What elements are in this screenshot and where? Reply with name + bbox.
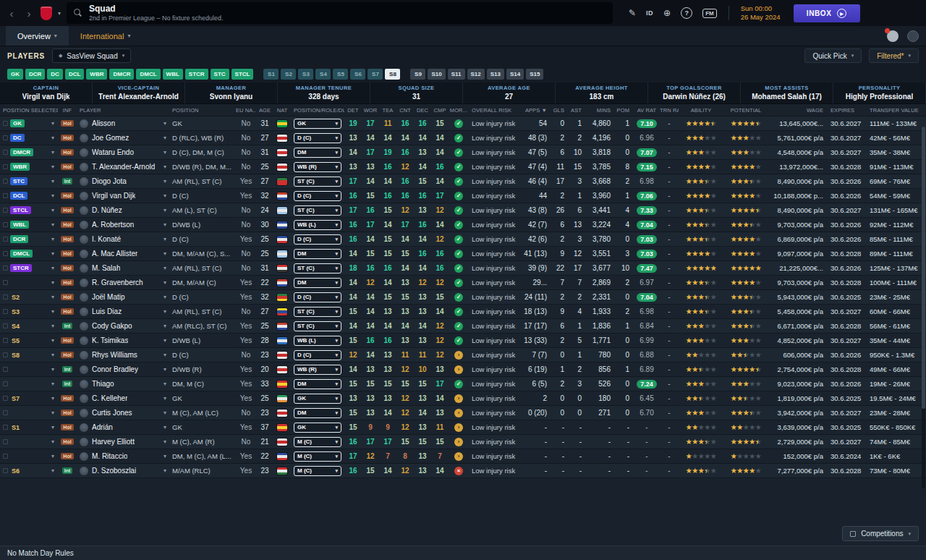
role-duty-select[interactable]: M (C)▾ — [294, 466, 341, 476]
sub-slot-s14[interactable]: S14 — [506, 69, 524, 80]
role-duty-select[interactable]: WB (R)▾ — [294, 162, 341, 172]
slot-dropdown-caret[interactable]: ▾ — [51, 366, 54, 373]
player-row[interactable]: ▾HolM. Ritaccio▾DM, M (C), AM (L...Yes22… — [0, 449, 926, 464]
row-checkbox[interactable] — [3, 121, 8, 126]
row-checkbox[interactable] — [3, 237, 8, 242]
player-row[interactable]: ▾HolR. Gravenberch▾DM, M/AM (C)Yes22DM▾1… — [0, 276, 926, 290]
player-dropdown-caret[interactable]: ▾ — [163, 250, 166, 257]
position-filter-dcr[interactable]: DCR — [25, 69, 45, 80]
player-row[interactable]: S7▾HolC. Kelleher▾GKYes25GK▾131313121314… — [0, 391, 926, 406]
role-duty-select[interactable]: M (C)▾ — [294, 437, 341, 447]
position-filter-dcl[interactable]: DCL — [65, 69, 84, 80]
sub-slot-s11[interactable]: S11 — [448, 69, 465, 80]
sub-slot-s5[interactable]: S5 — [333, 69, 348, 80]
position-filter-stcl[interactable]: STCL — [232, 69, 254, 80]
sub-slot-s4[interactable]: S4 — [315, 69, 331, 80]
player-cell[interactable]: Joël Matip▾ — [77, 290, 169, 304]
player-dropdown-caret[interactable]: ▾ — [163, 424, 166, 430]
edit-pencil-icon[interactable]: ✎ — [629, 8, 636, 18]
role-duty-select[interactable]: ST (C)▾ — [294, 177, 341, 187]
player-cell[interactable]: Wataru Endo▾ — [77, 145, 169, 159]
player-cell[interactable]: Joe Gomez▾ — [77, 131, 169, 145]
row-checkbox[interactable] — [3, 323, 8, 328]
row-checkbox[interactable] — [3, 410, 8, 415]
role-duty-select[interactable]: D (C)▾ — [294, 350, 341, 360]
tab-international[interactable]: International ▾ — [69, 26, 143, 46]
profile-icon[interactable] — [887, 30, 899, 42]
col-header-eu-na-[interactable]: EU NA... — [236, 107, 256, 114]
player-dropdown-caret[interactable]: ▾ — [163, 438, 166, 445]
position-filter-stc[interactable]: STC — [211, 69, 229, 80]
player-cell[interactable]: Cody Gakpo▾ — [77, 319, 169, 333]
player-row[interactable]: STC▾IntDiogo Jota▾AM (RL), ST (C)Yes27ST… — [0, 174, 926, 189]
col-header-av-rat[interactable]: AV RAT — [634, 107, 660, 114]
player-cell[interactable]: M. Ritaccio▾ — [77, 449, 169, 463]
row-checkbox[interactable] — [3, 251, 8, 256]
player-row[interactable]: S2▾HolJoël Matip▾D (C)Yes32D (C)▾1414151… — [0, 290, 926, 305]
sub-slot-s13[interactable]: S13 — [487, 69, 504, 80]
player-dropdown-caret[interactable]: ▾ — [163, 294, 166, 300]
row-checkbox[interactable] — [3, 454, 8, 459]
player-dropdown-caret[interactable]: ▾ — [163, 453, 166, 459]
player-row[interactable]: S4▾IntCody Gakpo▾AM (RLC), ST (C)Yes25ST… — [0, 319, 926, 334]
sub-slot-s3[interactable]: S3 — [298, 69, 313, 80]
player-cell[interactable]: K. Tsimikas▾ — [77, 334, 169, 347]
player-row[interactable]: DCL▾HolVirgil van Dijk▾D (C)Yes32D (C)▾1… — [0, 189, 926, 203]
position-filter-dmcl[interactable]: DMCL — [136, 69, 160, 80]
row-checkbox[interactable] — [3, 338, 8, 343]
player-dropdown-caret[interactable]: ▾ — [163, 221, 166, 228]
role-duty-select[interactable]: ST (C)▾ — [294, 205, 341, 216]
player-cell[interactable]: M. Salah▾ — [77, 261, 169, 275]
player-cell[interactable]: Alisson▾ — [77, 116, 169, 130]
col-header-expires[interactable]: EXPIRES — [828, 107, 867, 114]
position-filter-dc[interactable]: DC — [47, 69, 63, 80]
slot-dropdown-caret[interactable]: ▾ — [51, 294, 54, 300]
col-header-position[interactable]: POSITION — [169, 107, 236, 114]
inbox-button[interactable]: INBOX ▶ — [794, 4, 860, 22]
player-row[interactable]: STCR▾HolM. Salah▾AM (RL), ST (C)No31ST (… — [0, 261, 926, 276]
role-duty-select[interactable]: ST (C)▾ — [294, 263, 341, 273]
manager-id-icon[interactable]: ID — [646, 9, 653, 17]
player-row[interactable]: S6▾IntD. Szoboszlai▾M/AM (RLC)Yes23M (C)… — [0, 464, 926, 478]
player-cell[interactable]: Conor Bradley▾ — [77, 362, 169, 376]
slot-dropdown-caret[interactable]: ▾ — [51, 410, 54, 416]
col-header-nat[interactable]: NAT — [273, 107, 291, 114]
player-cell[interactable]: I. Konaté▾ — [77, 232, 169, 246]
player-cell[interactable]: T. Alexander-Arnold▾ — [77, 160, 169, 174]
row-checkbox[interactable] — [3, 193, 8, 198]
scrollbar[interactable] — [922, 127, 925, 488]
slot-dropdown-caret[interactable]: ▾ — [51, 250, 54, 257]
role-duty-select[interactable]: DM▾ — [294, 249, 341, 259]
role-duty-select[interactable]: ST (C)▾ — [294, 307, 341, 317]
player-cell[interactable]: D. Szoboszlai▾ — [77, 464, 169, 478]
slot-dropdown-caret[interactable]: ▾ — [51, 438, 54, 445]
player-dropdown-caret[interactable]: ▾ — [163, 265, 166, 271]
slot-dropdown-caret[interactable]: ▾ — [51, 135, 54, 141]
back-icon[interactable]: ‹ — [6, 7, 17, 20]
row-checkbox[interactable] — [3, 425, 8, 430]
slot-dropdown-caret[interactable]: ▾ — [51, 178, 54, 184]
slot-dropdown-caret[interactable]: ▾ — [51, 467, 54, 474]
role-duty-select[interactable]: D (C)▾ — [294, 292, 341, 302]
col-header-ability[interactable]: ABILITY — [679, 107, 723, 114]
sub-slot-s9[interactable]: S9 — [410, 69, 425, 80]
sub-slot-s10[interactable]: S10 — [428, 69, 445, 80]
player-cell[interactable]: Virgil van Dijk▾ — [77, 189, 169, 203]
col-header-det[interactable]: DET — [344, 107, 362, 114]
player-dropdown-caret[interactable]: ▾ — [163, 279, 166, 286]
row-checkbox[interactable] — [3, 439, 8, 444]
col-header-wage[interactable]: WAGE — [768, 107, 828, 114]
store-icon[interactable] — [907, 30, 919, 42]
role-duty-select[interactable]: WB (L)▾ — [294, 336, 341, 346]
role-duty-select[interactable]: WB (L)▾ — [294, 220, 341, 230]
slot-dropdown-caret[interactable]: ▾ — [51, 395, 54, 402]
role-duty-select[interactable]: DM▾ — [294, 408, 341, 418]
row-checkbox[interactable] — [3, 179, 8, 184]
role-duty-select[interactable]: D (C)▾ — [294, 234, 341, 245]
slot-dropdown-caret[interactable]: ▾ — [51, 337, 54, 344]
player-dropdown-caret[interactable]: ▾ — [163, 192, 166, 199]
game-date[interactable]: Sun 00:00 26 May 2024 — [741, 4, 781, 22]
player-cell[interactable]: Diogo Jota▾ — [77, 174, 169, 188]
col-header-position-role-duty[interactable]: POSITION/ROLE/DUTY — [291, 107, 344, 114]
slot-dropdown-caret[interactable]: ▾ — [51, 236, 54, 242]
